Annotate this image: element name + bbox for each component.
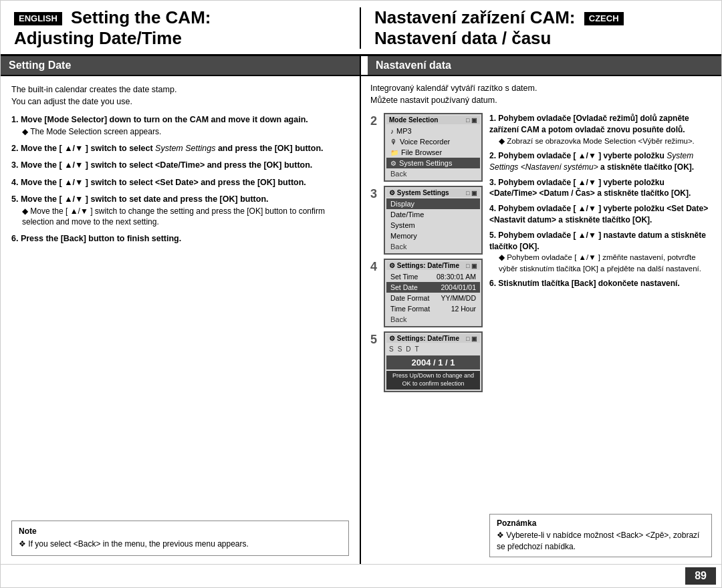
step-4-label: 4. Move the [ ▲/▼ ] switch to select <Se… bbox=[11, 178, 306, 187]
screen-4-settime: Set Time 08:30:01 AM bbox=[386, 271, 480, 282]
page-number: 89 bbox=[685, 567, 716, 585]
screen-4-setdate: Set Date 2004/01/01 bbox=[386, 282, 480, 293]
header-right-title: Nastavení zařízení CAM: CZECH bbox=[374, 7, 708, 28]
right-step-1-sub: Zobrazí se obrazovka Mode Selection <Výb… bbox=[489, 136, 712, 146]
left-step-4: 4. Move the [ ▲/▼ ] switch to select <Se… bbox=[11, 177, 349, 189]
screen-3-datetime: Date/Time bbox=[386, 209, 480, 220]
screen-2-num: 2 bbox=[370, 114, 381, 128]
screen-4-icons: □ ▣ bbox=[466, 263, 477, 269]
right-step-2: 2. Pohybem ovladače [ ▲/▼ ] vyberte polo… bbox=[489, 150, 712, 173]
left-intro-line1: The built-in calendar creates the date s… bbox=[11, 84, 349, 96]
czech-badge: CZECH bbox=[584, 12, 624, 25]
screen-2: Mode Selection □ ▣ ♪ MP3 🎙 Voice Recorde… bbox=[384, 113, 483, 182]
screen-2-title: Mode Selection bbox=[389, 116, 438, 124]
left-note-label: Note bbox=[19, 527, 342, 536]
mic-icon: 🎙 bbox=[390, 138, 397, 146]
screen-2-wrapper: 2 Mode Selection □ ▣ ♪ MP3 🎙 Voice Recor… bbox=[370, 113, 484, 182]
screen-4-timeformat: Time Format 12 Hour bbox=[386, 303, 480, 314]
section-header-left: Setting Date bbox=[1, 56, 361, 75]
section-header-right: Nastavení data bbox=[361, 56, 721, 75]
screens-column: 2 Mode Selection □ ▣ ♪ MP3 🎙 Voice Recor… bbox=[370, 113, 484, 557]
right-content-area: 2 Mode Selection □ ▣ ♪ MP3 🎙 Voice Recor… bbox=[370, 113, 712, 557]
screen-5-titlebar: ⚙ Settings: Date/Time □ ▣ bbox=[386, 334, 480, 343]
section-header-setting-date: Setting Date bbox=[1, 56, 360, 75]
screen-5-num: 5 bbox=[370, 333, 381, 347]
screen-4-dateformat: Date Format YY/MM/DD bbox=[386, 293, 480, 303]
screen-3-num: 3 bbox=[370, 187, 381, 201]
screen-4-wrapper: 4 ⚙ Settings: Date/Time □ ▣ Set Time 08:… bbox=[370, 259, 484, 327]
screen-4: ⚙ Settings: Date/Time □ ▣ Set Time 08:30… bbox=[384, 259, 483, 327]
step-3-label: 3. Move the [ ▲/▼ ] switch to select <Da… bbox=[11, 160, 312, 170]
page-number-area: 89 bbox=[1, 564, 721, 587]
page: ENGLISH Setting the CAM: Adjusting Date/… bbox=[0, 0, 722, 588]
folder-icon: 📁 bbox=[390, 149, 398, 156]
left-note-box: Note If you select <Back> in the menu, t… bbox=[11, 521, 349, 556]
left-step-1: 1. Move [Mode Selector] down to turn on … bbox=[11, 114, 349, 137]
screen-3-memory: Memory bbox=[386, 231, 480, 241]
left-intro-line2: You can adjust the date you use. bbox=[11, 96, 349, 108]
header-title-main: ENGLISH Setting the CAM: bbox=[14, 7, 346, 28]
left-steps: 1. Move [Mode Selector] down to turn on … bbox=[11, 114, 349, 245]
screen-3-wrapper: 3 ⚙ System Settings □ ▣ Display Date/Tim… bbox=[370, 186, 484, 255]
screen-3-title: ⚙ System Settings bbox=[389, 189, 449, 196]
right-step-4: 4. Pohybem ovladače [ ▲/▼ ] vyberte polo… bbox=[489, 203, 712, 226]
screen-3: ⚙ System Settings □ ▣ Display Date/Time … bbox=[384, 186, 483, 255]
header-title-sub: Adjusting Date/Time bbox=[14, 28, 346, 49]
screen-2-item-mp3: ♪ MP3 bbox=[386, 126, 480, 136]
screen-4-titlebar: ⚙ Settings: Date/Time □ ▣ bbox=[386, 261, 480, 270]
left-step-3: 3. Move the [ ▲/▼ ] switch to select <Da… bbox=[11, 160, 349, 172]
left-step-6: 6. Press the [Back] button to finish set… bbox=[11, 233, 349, 245]
screen-5-date-value: 2004 / 1 / 1 bbox=[386, 355, 480, 370]
right-intro-1: Integrovaný kalendář vytváří razítko s d… bbox=[370, 83, 712, 95]
left-intro: The built-in calendar creates the date s… bbox=[11, 84, 349, 108]
screen-2-titlebar: Mode Selection □ ▣ bbox=[386, 116, 480, 124]
screen-3-titlebar: ⚙ System Settings □ ▣ bbox=[386, 188, 480, 197]
right-intro-2: Můžete nastavit používaný datum. bbox=[370, 95, 712, 107]
screen-2-icons: □ ▣ bbox=[466, 117, 477, 124]
right-step-3: 3. Pohybem ovladače [ ▲/▼ ] vyberte polo… bbox=[489, 177, 712, 200]
screen-5-title: ⚙ Settings: Date/Time bbox=[389, 335, 459, 342]
left-note-text: If you select <Back> in the menu, the pr… bbox=[19, 539, 342, 550]
step-1-label: 1. Move [Mode Selector] down to turn on … bbox=[11, 115, 308, 124]
right-note-box: Poznámka Vyberete-li v nabídce možnost <… bbox=[489, 514, 712, 557]
step-1-sub: The Mode Selection screen appears. bbox=[11, 126, 349, 138]
right-intro: Integrovaný kalendář vytváří razítko s d… bbox=[370, 83, 712, 106]
screen-2-back: Back bbox=[386, 168, 480, 179]
screen-3-system: System bbox=[386, 220, 480, 231]
screen-4-back: Back bbox=[386, 314, 480, 325]
right-column: Integrovaný kalendář vytváří razítko s d… bbox=[361, 76, 721, 564]
screen-4-num: 4 bbox=[370, 260, 381, 274]
screen-2-item-voice: 🎙 Voice Recorder bbox=[386, 136, 480, 147]
right-step-5: 5. Pohybem ovladače [ ▲/▼ ] nastavte dat… bbox=[489, 230, 712, 274]
screen-3-back: Back bbox=[386, 241, 480, 252]
right-step-5-sub: Pohybem ovladače [ ▲/▼ ] změňte nastaven… bbox=[489, 252, 712, 273]
music-icon: ♪ bbox=[390, 128, 394, 135]
header-right: Nastavení zařízení CAM: CZECH Nastavení … bbox=[361, 7, 708, 49]
screen-3-display: Display bbox=[386, 198, 480, 209]
screen-2-item-browser: 📁 File Browser bbox=[386, 147, 480, 158]
step-2-label: 2. Move the [ ▲/▼ ] switch to select bbox=[11, 144, 155, 153]
header-right-subtitle: Nastavení data / času bbox=[374, 28, 708, 49]
right-note-text: Vyberete-li v nabídce možnost <Back> <Zp… bbox=[497, 530, 705, 553]
english-badge: ENGLISH bbox=[14, 12, 62, 25]
screen-2-item-system: ⚙ System Settings bbox=[386, 158, 480, 168]
screen-5: ⚙ Settings: Date/Time □ ▣ SSDT 2004 / 1 … bbox=[384, 331, 483, 392]
screen-4-title: ⚙ Settings: Date/Time bbox=[389, 262, 459, 269]
screen-5-labels: SSDT bbox=[386, 344, 480, 354]
section-header-nastaveni-data: Nastavení data bbox=[368, 56, 721, 75]
screen-5-wrapper: 5 ⚙ Settings: Date/Time □ ▣ SSDT 2004 / … bbox=[370, 331, 484, 392]
step-6-label: 6. Press the [Back] button to finish set… bbox=[11, 234, 181, 243]
right-steps-column: 1. Pohybem ovladače [Ovladač režimů] dol… bbox=[489, 113, 712, 557]
header-left: ENGLISH Setting the CAM: Adjusting Date/… bbox=[14, 7, 361, 49]
main-content: The built-in calendar creates the date s… bbox=[1, 76, 721, 564]
screen-3-icons: □ ▣ bbox=[466, 190, 477, 196]
left-column: The built-in calendar creates the date s… bbox=[1, 76, 361, 564]
step-5-sub: Move the [ ▲/▼ ] switch to change the se… bbox=[11, 206, 349, 229]
header: ENGLISH Setting the CAM: Adjusting Date/… bbox=[1, 1, 721, 56]
right-note-label: Poznámka bbox=[497, 519, 705, 528]
step-5-label: 5. Move the [ ▲/▼ ] switch to set date a… bbox=[11, 194, 269, 204]
right-step-1: 1. Pohybem ovladače [Ovladač režimů] dol… bbox=[489, 113, 712, 146]
screen-5-icons: □ ▣ bbox=[466, 335, 477, 342]
screen-5-hint: Press Up/Down to change and OK to confir… bbox=[386, 371, 480, 389]
left-step-5: 5. Move the [ ▲/▼ ] switch to set date a… bbox=[11, 194, 349, 228]
